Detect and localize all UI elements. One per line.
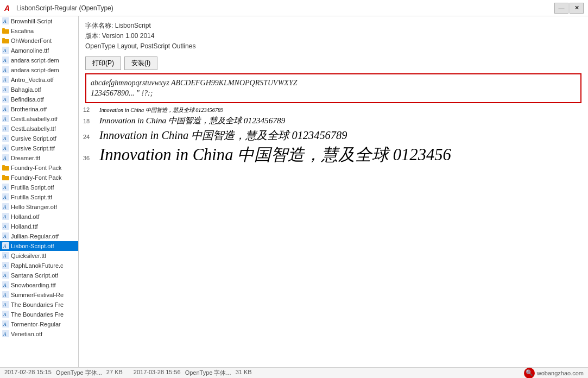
watermark-area: 🔍 wobangzhao.com — [524, 368, 584, 379]
status-size-2: 31 KB — [236, 369, 252, 377]
status-bar: 2017-02-28 15:15 OpenType 字体... 27 KB 20… — [0, 367, 588, 378]
status-date-1: 2017-02-28 15:15 — [4, 369, 52, 377]
font-file-icon: A — [2, 223, 9, 231]
svg-rect-33 — [2, 175, 5, 177]
sidebar-item-label: The Boundaries Fre — [11, 301, 64, 308]
font-name-label: 字体名称: — [85, 22, 113, 29]
font-file-icon: A — [2, 115, 9, 123]
font-file-icon: A — [2, 213, 9, 221]
svg-rect-32 — [2, 176, 9, 180]
sidebar-item[interactable]: ASummerFestival-Re — [0, 290, 78, 300]
sidebar-item[interactable]: Escafina — [0, 26, 78, 36]
sidebar-item[interactable]: ACursive Script.ttf — [0, 143, 78, 153]
svg-rect-30 — [2, 166, 9, 171]
sidebar-item[interactable]: ABefindisa.otf — [0, 94, 78, 104]
sidebar-item[interactable]: OhWonderFont — [0, 36, 78, 46]
sidebar-item[interactable]: ASantana Script.otf — [0, 270, 78, 280]
abc-line1: abcdefghmnopqrstuvwxyz ABCDEFGH99KLMNOPQ… — [91, 78, 576, 89]
sidebar-item-label: Holland.otf — [11, 213, 40, 220]
size-text: Innovation in China 中国智造，慧及全球 0123456 — [99, 144, 451, 166]
print-button[interactable]: 打印(P) — [85, 56, 121, 70]
sidebar-item-label: Venetian.otf — [11, 331, 42, 337]
sidebar-item[interactable]: Foundry-Font Pack — [0, 173, 78, 182]
sidebar-item[interactable]: ALisbon-Script.otf — [0, 241, 78, 251]
font-file-icon: A — [2, 66, 9, 74]
font-type-row: OpenType Layout, PostScript Outlines — [85, 41, 581, 52]
sidebar-item[interactable]: ASnowboarding.ttf — [0, 280, 78, 290]
sidebar-item[interactable]: AQuicksilver.ttf — [0, 251, 78, 261]
svg-text:A: A — [3, 312, 7, 317]
size-row: 24Innovation in China 中国智造，慧及全球 01234567… — [83, 128, 588, 143]
sidebar-item[interactable]: AFrutilla Script.ttf — [0, 192, 78, 202]
sidebar-item[interactable]: AAamonoline.ttf — [0, 46, 78, 55]
abc-preview-box: abcdefghmnopqrstuvwxyz ABCDEFGH99KLMNOPQ… — [85, 73, 581, 103]
sidebar-item[interactable]: AHolland.otf — [0, 212, 78, 222]
svg-text:A: A — [3, 243, 7, 249]
sidebar-item[interactable]: Aandara script-dem — [0, 65, 78, 75]
sidebar-item-label: Brotherina.otf — [11, 106, 47, 112]
svg-text:A: A — [3, 106, 7, 112]
close-button[interactable]: ✕ — [570, 3, 584, 14]
font-file-icon: A — [2, 252, 9, 260]
folder-icon — [2, 28, 9, 35]
install-button[interactable]: 安装(I) — [124, 56, 157, 70]
size-label: 36 — [83, 155, 99, 161]
font-file-icon: A — [2, 17, 9, 26]
status-size-1: 27 KB — [106, 369, 123, 377]
sidebar-item[interactable]: Aandara script-dem — [0, 55, 78, 65]
svg-text:A: A — [3, 185, 7, 190]
sidebar-item-label: Frutilla Script.ttf — [11, 194, 52, 200]
size-rows: 12Innovation in China 中国智造，慧及全球 01234567… — [79, 106, 588, 167]
svg-text:A: A — [3, 77, 7, 83]
sidebar-item[interactable]: AFrutilla Script.otf — [0, 182, 78, 192]
size-label: 24 — [83, 134, 99, 140]
sidebar-item[interactable]: ARaphLanokFuture.c — [0, 261, 78, 270]
sidebar-item[interactable]: ABrotherina.otf — [0, 104, 78, 114]
sidebar-item[interactable]: ACursive Script.otf — [0, 134, 78, 143]
status-item-1: 2017-02-28 15:15 OpenType 字体... 27 KB — [4, 369, 123, 377]
sidebar-item[interactable]: ATormentor-Regular — [0, 319, 78, 329]
status-item-2: 2017-03-28 15:56 OpenType 字体... 31 KB — [134, 369, 252, 377]
sidebar-item[interactable]: AAntro_Vectra.otf — [0, 75, 78, 85]
sidebar-item-label: The Boundaries Fre — [11, 311, 64, 318]
sidebar-item[interactable]: AVenetian.otf — [0, 329, 78, 339]
sidebar-item[interactable]: Foundry-Font Pack — [0, 163, 78, 173]
title-bar-controls: — ✕ — [554, 3, 584, 14]
font-file-icon: A — [2, 193, 9, 201]
sidebar-item-label: Cursive Script.ttf — [11, 145, 55, 152]
size-text: Innovation in China 中国智造，慧及全球 0123456789 — [99, 106, 223, 114]
font-file-icon: A — [2, 76, 9, 84]
size-text: Innovation in China 中国智造，慧及全球 0123456789 — [99, 128, 347, 143]
sidebar-item[interactable]: ACestLalsabelly.ttf — [0, 124, 78, 134]
sidebar-item-label: Foundry-Font Pack — [11, 174, 62, 181]
sidebar-item[interactable]: AHolland.ttf — [0, 222, 78, 231]
svg-text:A: A — [3, 136, 7, 141]
sidebar-item-label: Holland.ttf — [11, 223, 38, 230]
sidebar-item[interactable]: AHello Stranger.otf — [0, 202, 78, 212]
size-text: Innovation in China 中国智造，慧及全球 0123456789 — [99, 115, 285, 127]
sidebar-item-label: Dreamer.ttf — [11, 155, 40, 161]
sidebar-item[interactable]: ABrownhill-Script — [0, 16, 78, 26]
sidebar-item[interactable]: ADreamer.ttf — [0, 153, 78, 163]
svg-rect-3 — [2, 28, 5, 30]
svg-text:A: A — [3, 263, 7, 268]
sidebar-item-label: Escafina — [11, 28, 34, 34]
svg-text:A: A — [3, 224, 7, 229]
sidebar-item-label: Befindisa.otf — [11, 96, 44, 103]
sidebar-item[interactable]: AThe Boundaries Fre — [0, 310, 78, 319]
font-file-icon: A — [2, 105, 9, 114]
sidebar-item[interactable]: ACestLalsabelly.otf — [0, 114, 78, 124]
minimize-button[interactable]: — — [554, 3, 568, 14]
svg-text:A: A — [3, 214, 7, 219]
sidebar-item[interactable]: AThe Boundaries Fre — [0, 300, 78, 310]
font-file-icon: A — [2, 301, 9, 309]
title-bar: A LisbonScript-Regular (OpenType) — ✕ — [0, 0, 588, 16]
status-type-1: OpenType 字体... — [56, 369, 102, 377]
sidebar-item-label: Jullian-Regular.otf — [11, 233, 59, 240]
svg-text:A: A — [3, 116, 7, 122]
sidebar-item-label: Tormentor-Regular — [11, 321, 61, 327]
font-file-icon: A — [2, 311, 9, 319]
sidebar-item[interactable]: AJullian-Regular.otf — [0, 231, 78, 241]
sidebar-item[interactable]: ABahagia.otf — [0, 85, 78, 94]
toolbar: 打印(P) 安装(I) — [79, 54, 588, 73]
